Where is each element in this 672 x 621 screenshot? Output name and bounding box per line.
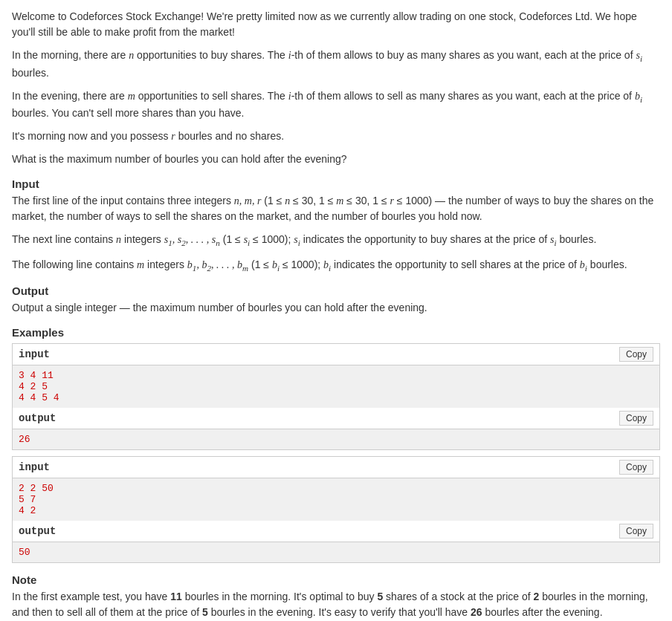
- examples-title: Examples: [12, 326, 660, 339]
- input-p3: The following line contains m integers b…: [12, 257, 660, 275]
- input-p2: The next line contains n integers s1, s2…: [12, 232, 660, 250]
- input-title: Input: [12, 178, 660, 190]
- example1-output-label: output: [19, 412, 56, 424]
- input-p1: The first line of the input contains thr…: [12, 193, 660, 224]
- example2-output-label: output: [19, 525, 56, 537]
- output-text: Output a single integer — the maximum nu…: [12, 300, 660, 316]
- intro-p1: Welcome to Codeforces Stock Exchange! We…: [12, 9, 660, 40]
- example2-input-label: input: [19, 461, 50, 473]
- example2-output-copy-button[interactable]: Copy: [619, 524, 653, 539]
- example2-input-copy-button[interactable]: Copy: [619, 460, 653, 475]
- example2-output-header: output Copy: [13, 521, 659, 542]
- intro-p4: It's morning now and you possess r bourl…: [12, 129, 660, 144]
- example1-block: input Copy 3 4 11 4 2 5 4 4 5 4 output C…: [12, 343, 660, 450]
- note-text: In the first example test, you have 11 b…: [12, 589, 660, 620]
- example1-input-label: input: [19, 348, 50, 360]
- example1-output-copy-button[interactable]: Copy: [619, 411, 653, 426]
- intro-p5: What is the maximum number of bourles yo…: [12, 152, 660, 167]
- intro-p3: In the evening, there are m opportunitie…: [12, 88, 660, 122]
- example1-input-header: input Copy: [13, 344, 659, 365]
- example2-input-data: 2 2 50 5 7 4 2: [13, 478, 659, 521]
- example1-output-header: output Copy: [13, 408, 659, 429]
- note-title: Note: [12, 573, 660, 586]
- example1-input-data: 3 4 11 4 2 5 4 4 5 4: [13, 365, 659, 408]
- example1-input-copy-button[interactable]: Copy: [619, 347, 653, 362]
- output-title: Output: [12, 285, 660, 297]
- example2-input-header: input Copy: [13, 457, 659, 478]
- example1-output-data: 26: [13, 429, 659, 449]
- example2-block: input Copy 2 2 50 5 7 4 2 output Copy 50: [12, 456, 660, 563]
- intro-p2: In the morning, there are n opportunitie…: [12, 48, 660, 81]
- example2-output-data: 50: [13, 542, 659, 562]
